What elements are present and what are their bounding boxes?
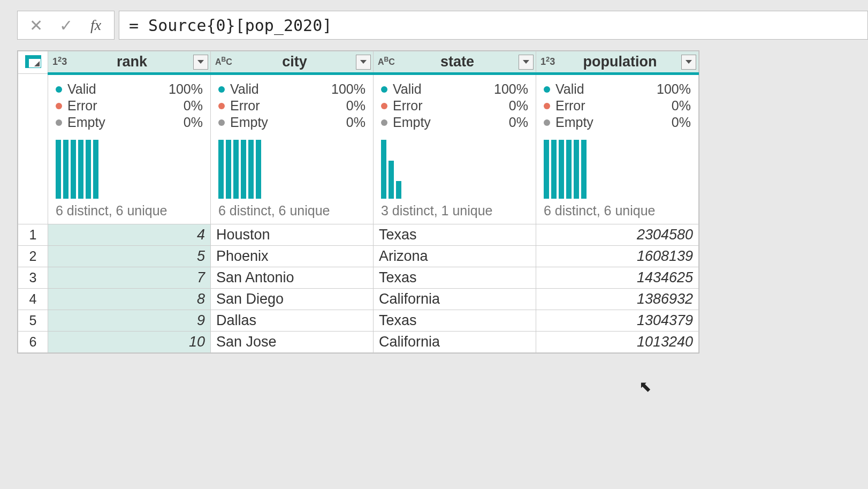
cell-city[interactable]: San Antonio [211,267,374,289]
sparkline-bar [78,140,83,199]
cell-city[interactable]: Dallas [211,310,374,332]
cell-population[interactable]: 1304379 [536,310,699,332]
table-row[interactable]: 48San DiegoCalifornia1386932 [18,289,699,310]
number-type-icon: 2 [52,56,71,67]
formula-input[interactable]: = Source{0}[pop_2020] [119,11,868,40]
cell-population[interactable]: 1013240 [536,332,699,353]
cancel-icon[interactable]: ✕ [21,13,51,37]
cell-rank[interactable]: 7 [48,267,211,289]
cell-population[interactable]: 1608139 [536,246,699,267]
column-header-city[interactable]: ABC city [211,51,374,74]
column-name: population [562,54,678,70]
sparkline-bar [396,181,401,199]
sparkline-bar [256,140,261,199]
row-index: 4 [18,289,48,310]
table-select-button[interactable] [18,51,48,74]
cell-city[interactable]: San Jose [211,332,374,353]
error-pct: 0% [184,98,203,114]
row-index: 6 [18,332,48,353]
distribution-sparkline [381,140,528,199]
confirm-icon[interactable]: ✓ [51,13,81,37]
valid-label: Valid [67,81,96,97]
table-row[interactable]: 25PhoenixArizona1608139 [18,246,699,267]
cell-state[interactable]: Texas [374,224,536,246]
cell-rank[interactable]: 9 [48,310,211,332]
cell-city[interactable]: Phoenix [211,246,374,267]
column-header-population[interactable]: 2 population [536,51,699,74]
distribution-sparkline [218,140,366,199]
distinct-summary: 6 distinct, 6 unique [56,203,203,219]
sparkline-bar [233,140,239,199]
valid-pct: 100% [169,81,203,97]
column-filter-button[interactable] [193,55,208,70]
column-profile-row: Valid100% Error0% Empty0% 6 distinct, 6 … [18,74,699,224]
distribution-sparkline [544,140,691,199]
number-type-icon: 2 [540,56,559,67]
table-row[interactable]: 37San AntonioTexas1434625 [18,267,699,289]
row-index: 2 [18,246,48,267]
cell-state[interactable]: Arizona [374,246,536,267]
cell-state[interactable]: Texas [374,267,536,289]
column-name: city [237,54,353,70]
sparkline-bar [551,140,557,199]
data-preview-table: 2 rank ABC city ABC state 2 population [17,50,699,353]
table-row[interactable]: 14HoustonTexas2304580 [18,224,699,246]
cell-rank[interactable]: 8 [48,289,211,310]
sparkline-bar [248,140,254,199]
sparkline-bar [381,140,386,199]
column-header-state[interactable]: ABC state [374,51,536,74]
mouse-cursor-icon: ⬉ [639,378,651,395]
profile-city: Valid100% Error0% Empty0% 6 distinct, 6 … [211,74,374,224]
sparkline-bar [226,140,231,199]
sparkline-bar [63,140,68,199]
text-type-icon: ABC [378,57,396,67]
row-index: 3 [18,267,48,289]
cell-city[interactable]: Houston [211,224,374,246]
profile-population: Valid100% Error0% Empty0% 6 distinct, 6 … [536,74,699,224]
formula-bar-row: ✕ ✓ fx = Source{0}[pop_2020] [0,0,868,45]
column-filter-button[interactable] [519,55,534,70]
fx-icon[interactable]: fx [81,13,111,37]
sparkline-bar [574,140,579,199]
cell-population[interactable]: 2304580 [536,224,699,246]
cell-city[interactable]: San Diego [211,289,374,310]
sparkline-bar [389,161,394,199]
sparkline-bar [71,140,76,199]
row-index: 1 [18,224,48,246]
row-index: 5 [18,310,48,332]
error-label: Error [67,98,97,114]
empty-label: Empty [67,115,105,130]
column-filter-button[interactable] [681,55,696,70]
column-name: rank [74,54,190,70]
cell-state[interactable]: Texas [374,310,536,332]
cell-state[interactable]: California [374,289,536,310]
cell-population[interactable]: 1434625 [536,267,699,289]
sparkline-bar [241,140,246,199]
cell-rank[interactable]: 10 [48,332,211,353]
sparkline-bar [86,140,91,199]
column-header-rank[interactable]: 2 rank [48,51,211,74]
table-row[interactable]: 59DallasTexas1304379 [18,310,699,332]
column-name: state [399,54,515,70]
profile-rank: Valid100% Error0% Empty0% 6 distinct, 6 … [48,74,211,224]
sparkline-bar [218,140,224,199]
profile-state: Valid100% Error0% Empty0% 3 distinct, 1 … [374,74,536,224]
profile-gutter [18,74,48,224]
cell-population[interactable]: 1386932 [536,289,699,310]
sparkline-bar [544,140,549,199]
sparkline-bar [56,140,61,199]
sparkline-bar [566,140,572,199]
distribution-sparkline [56,140,203,199]
text-type-icon: ABC [215,57,233,67]
cell-rank[interactable]: 4 [48,224,211,246]
sparkline-bar [581,140,587,199]
table-row[interactable]: 610San JoseCalifornia1013240 [18,332,699,353]
sparkline-bar [559,140,564,199]
cell-rank[interactable]: 5 [48,246,211,267]
cell-state[interactable]: California [374,332,536,353]
column-header-row: 2 rank ABC city ABC state 2 population [18,51,699,74]
empty-pct: 0% [184,115,203,130]
sparkline-bar [93,140,98,199]
column-filter-button[interactable] [356,55,371,70]
formula-bar-buttons: ✕ ✓ fx [17,11,115,40]
